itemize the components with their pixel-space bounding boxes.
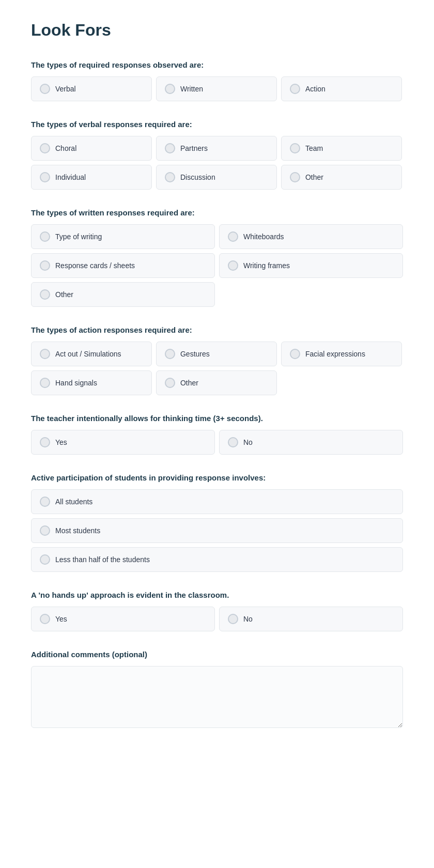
radio-circle-verbal-responses-4 xyxy=(165,172,175,182)
option-item-action-responses-1[interactable]: Gestures xyxy=(156,342,277,366)
option-item-verbal-responses-4[interactable]: Discussion xyxy=(156,165,277,190)
option-label-no-hands-up-1: No xyxy=(243,615,253,623)
option-item-action-responses-3[interactable]: Hand signals xyxy=(31,370,152,395)
option-label-verbal-responses-3: Individual xyxy=(55,173,86,181)
radio-circle-written-responses-1 xyxy=(228,231,238,242)
option-label-action-responses-0: Act out / Simulations xyxy=(55,350,121,358)
radio-circle-action-responses-1 xyxy=(165,349,175,359)
option-item-action-responses-2[interactable]: Facial expressions xyxy=(281,342,402,366)
radio-circle-action-responses-2 xyxy=(290,349,300,359)
option-label-verbal-responses-2: Team xyxy=(305,144,323,152)
option-label-verbal-responses-5: Other xyxy=(305,173,323,181)
option-item-thinking-time-0[interactable]: Yes xyxy=(31,430,215,455)
section-action-responses: The types of action responses required a… xyxy=(31,326,403,395)
option-label-required-responses-0: Verbal xyxy=(55,85,76,93)
option-item-written-responses-1[interactable]: Whiteboards xyxy=(219,224,403,249)
option-item-verbal-responses-0[interactable]: Choral xyxy=(31,136,152,161)
additional-comments-label: Additional comments (optional) xyxy=(31,650,403,659)
section-label-required-responses: The types of required responses observed… xyxy=(31,60,403,69)
option-label-action-responses-4: Other xyxy=(180,379,198,387)
option-label-action-responses-2: Facial expressions xyxy=(305,350,365,358)
section-label-no-hands-up: A 'no hands up' approach is evident in t… xyxy=(31,591,403,599)
option-item-action-responses-0[interactable]: Act out / Simulations xyxy=(31,342,152,366)
radio-circle-required-responses-2 xyxy=(290,84,300,94)
option-item-thinking-time-1[interactable]: No xyxy=(219,430,403,455)
option-label-active-participation-0: All students xyxy=(55,498,92,506)
option-item-verbal-responses-1[interactable]: Partners xyxy=(156,136,277,161)
option-label-verbal-responses-0: Choral xyxy=(55,144,76,152)
radio-circle-verbal-responses-2 xyxy=(290,143,300,153)
section-label-thinking-time: The teacher intentionally allows for thi… xyxy=(31,414,403,423)
option-label-written-responses-1: Whiteboards xyxy=(243,233,284,241)
radio-circle-required-responses-1 xyxy=(165,84,175,94)
radio-circle-written-responses-2 xyxy=(40,260,50,271)
section-label-written-responses: The types of written responses required … xyxy=(31,208,403,217)
section-label-action-responses: The types of action responses required a… xyxy=(31,326,403,334)
option-label-action-responses-3: Hand signals xyxy=(55,379,97,387)
option-label-written-responses-0: Type of writing xyxy=(55,233,102,241)
radio-circle-verbal-responses-5 xyxy=(290,172,300,182)
radio-circle-verbal-responses-3 xyxy=(40,172,50,182)
option-item-action-responses-4[interactable]: Other xyxy=(156,370,277,395)
radio-circle-no-hands-up-0 xyxy=(40,614,50,624)
option-item-active-participation-1[interactable]: Most students xyxy=(31,518,403,543)
section-verbal-responses: The types of verbal responses required a… xyxy=(31,120,403,190)
options-grid-required-responses: VerbalWrittenAction xyxy=(31,76,403,101)
option-label-action-responses-1: Gestures xyxy=(180,350,210,358)
option-label-no-hands-up-0: Yes xyxy=(55,615,67,623)
option-item-active-participation-0[interactable]: All students xyxy=(31,489,403,514)
option-label-thinking-time-1: No xyxy=(243,438,253,446)
option-label-required-responses-2: Action xyxy=(305,85,326,93)
section-label-active-participation: Active participation of students in prov… xyxy=(31,473,403,482)
page-title: Look Fors xyxy=(31,21,403,40)
option-item-verbal-responses-5[interactable]: Other xyxy=(281,165,402,190)
radio-circle-verbal-responses-1 xyxy=(165,143,175,153)
option-item-required-responses-2[interactable]: Action xyxy=(281,76,402,101)
option-item-written-responses-0[interactable]: Type of writing xyxy=(31,224,215,249)
radio-circle-active-participation-0 xyxy=(40,497,50,507)
option-label-required-responses-1: Written xyxy=(180,85,203,93)
option-item-no-hands-up-0[interactable]: Yes xyxy=(31,607,215,631)
option-label-thinking-time-0: Yes xyxy=(55,438,67,446)
option-item-written-responses-4[interactable]: Other xyxy=(31,282,215,307)
option-item-verbal-responses-2[interactable]: Team xyxy=(281,136,402,161)
radio-circle-written-responses-3 xyxy=(228,260,238,271)
options-grid-no-hands-up: YesNo xyxy=(31,607,403,631)
radio-circle-required-responses-0 xyxy=(40,84,50,94)
option-item-verbal-responses-3[interactable]: Individual xyxy=(31,165,152,190)
options-grid-verbal-responses: ChoralPartnersTeamIndividualDiscussionOt… xyxy=(31,136,403,190)
option-item-written-responses-3[interactable]: Writing frames xyxy=(219,253,403,278)
radio-circle-verbal-responses-0 xyxy=(40,143,50,153)
section-label-verbal-responses: The types of verbal responses required a… xyxy=(31,120,403,129)
radio-circle-action-responses-0 xyxy=(40,349,50,359)
additional-comments-textarea[interactable] xyxy=(31,666,403,728)
radio-circle-active-participation-1 xyxy=(40,525,50,536)
radio-circle-written-responses-4 xyxy=(40,289,50,300)
option-item-required-responses-0[interactable]: Verbal xyxy=(31,76,152,101)
section-required-responses: The types of required responses observed… xyxy=(31,60,403,101)
radio-circle-action-responses-3 xyxy=(40,378,50,388)
option-label-written-responses-2: Response cards / sheets xyxy=(55,261,135,270)
option-label-verbal-responses-1: Partners xyxy=(180,144,208,152)
additional-comments-section: Additional comments (optional) xyxy=(31,650,403,730)
options-grid-thinking-time: YesNo xyxy=(31,430,403,455)
options-grid-written-responses: Type of writingWhiteboardsResponse cards… xyxy=(31,224,403,307)
option-label-written-responses-3: Writing frames xyxy=(243,261,290,270)
option-label-active-participation-2: Less than half of the students xyxy=(55,555,150,564)
option-item-written-responses-2[interactable]: Response cards / sheets xyxy=(31,253,215,278)
option-item-active-participation-2[interactable]: Less than half of the students xyxy=(31,547,403,572)
radio-circle-action-responses-4 xyxy=(165,378,175,388)
option-item-no-hands-up-1[interactable]: No xyxy=(219,607,403,631)
radio-circle-no-hands-up-1 xyxy=(228,614,238,624)
radio-circle-thinking-time-1 xyxy=(228,437,238,447)
options-grid-action-responses: Act out / SimulationsGesturesFacial expr… xyxy=(31,342,403,395)
option-label-verbal-responses-4: Discussion xyxy=(180,173,215,181)
option-label-active-participation-1: Most students xyxy=(55,526,100,535)
options-grid-active-participation: All studentsMost studentsLess than half … xyxy=(31,489,403,572)
option-label-written-responses-4: Other xyxy=(55,290,73,299)
section-active-participation: Active participation of students in prov… xyxy=(31,473,403,572)
section-thinking-time: The teacher intentionally allows for thi… xyxy=(31,414,403,455)
option-item-required-responses-1[interactable]: Written xyxy=(156,76,277,101)
section-no-hands-up: A 'no hands up' approach is evident in t… xyxy=(31,591,403,631)
radio-circle-thinking-time-0 xyxy=(40,437,50,447)
